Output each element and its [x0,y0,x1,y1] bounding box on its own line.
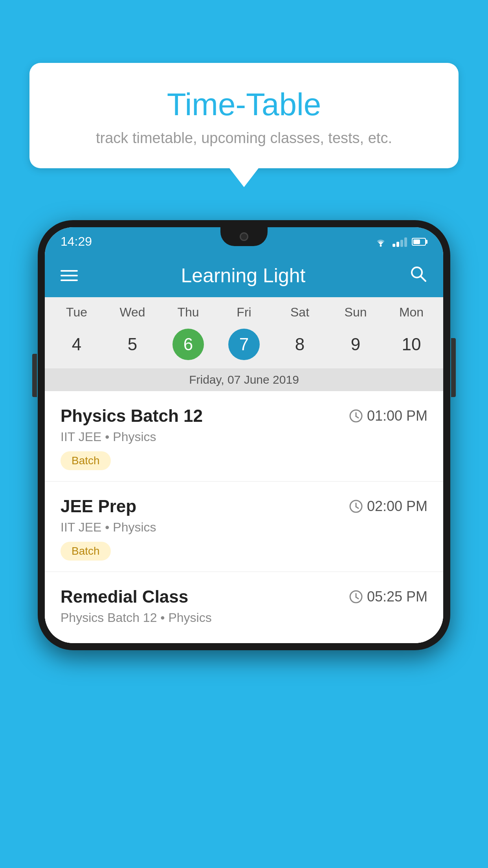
clock-icon-2 [349,499,363,513]
hamburger-menu-icon[interactable] [61,270,78,281]
date-cell-7[interactable]: 7 [216,327,272,362]
date-number-5: 5 [117,329,148,360]
date-number-8: 8 [284,329,316,360]
date-number-10: 10 [396,329,427,360]
day-label-sat: Sat [272,305,328,320]
class-list: Physics Batch 12 01:00 PM IIT JEE • Phys… [45,391,443,643]
svg-line-8 [356,507,358,508]
date-cell-10[interactable]: 10 [383,327,439,362]
class-item-header-2: JEE Prep 02:00 PM [61,497,427,516]
class-meta-3: Physics Batch 12 • Physics [61,611,427,625]
bubble-title: Time-Table [49,86,439,123]
phone-mockup: 14:29 [38,220,450,650]
batch-badge-1: Batch [61,451,111,470]
date-cell-4[interactable]: 4 [49,327,105,362]
svg-line-5 [356,416,358,418]
phone-screen: 14:29 [45,227,443,643]
date-number-7-selected: 7 [228,329,260,360]
day-label-mon: Mon [383,305,439,320]
bubble-subtitle: track timetable, upcoming classes, tests… [49,130,439,147]
day-label-sun: Sun [328,305,383,320]
app-title: Learning Light [181,264,306,287]
class-item-physics-batch-12[interactable]: Physics Batch 12 01:00 PM IIT JEE • Phys… [45,391,443,482]
speech-bubble: Time-Table track timetable, upcoming cla… [29,63,459,168]
class-time-3: 05:25 PM [349,588,427,605]
svg-line-11 [356,597,358,599]
date-number-4: 4 [61,329,92,360]
class-meta-2: IIT JEE • Physics [61,520,427,535]
clock-icon-1 [349,409,363,423]
class-name-1: Physics Batch 12 [61,406,203,426]
front-camera [240,232,248,241]
phone-outer: 14:29 [38,220,450,650]
class-name-2: JEE Prep [61,497,136,516]
time-text-1: 01:00 PM [367,408,427,424]
battery-icon [412,238,427,246]
signal-icon [393,237,407,247]
day-label-tue: Tue [49,305,105,320]
svg-point-0 [380,245,382,246]
class-item-remedial[interactable]: Remedial Class 05:25 PM Physics Batch 12… [45,572,443,643]
time-text-3: 05:25 PM [367,588,427,605]
speech-bubble-container: Time-Table track timetable, upcoming cla… [29,63,459,168]
date-cell-6[interactable]: 6 [160,327,216,362]
class-item-header-3: Remedial Class 05:25 PM [61,587,427,607]
calendar-dates: 4 5 6 7 8 9 [45,324,443,368]
day-label-fri: Fri [216,305,272,320]
time-text-2: 02:00 PM [367,498,427,515]
svg-line-2 [421,276,426,281]
calendar-days-header: Tue Wed Thu Fri Sat Sun Mon [45,297,443,324]
selected-date-label: Friday, 07 June 2019 [45,368,443,391]
date-cell-8[interactable]: 8 [272,327,328,362]
clock-icon-3 [349,590,363,604]
wifi-icon [374,236,388,247]
class-time-1: 01:00 PM [349,408,427,424]
date-cell-9[interactable]: 9 [328,327,383,362]
class-meta-1: IIT JEE • Physics [61,430,427,444]
status-icons [374,234,427,247]
class-item-jee-prep[interactable]: JEE Prep 02:00 PM IIT JEE • Physics Batc… [45,482,443,572]
class-name-3: Remedial Class [61,587,188,607]
date-number-9: 9 [340,329,371,360]
day-label-wed: Wed [105,305,160,320]
search-icon[interactable] [409,264,427,287]
date-cell-5[interactable]: 5 [105,327,160,362]
day-label-thu: Thu [160,305,216,320]
status-time: 14:29 [61,232,92,249]
phone-notch [220,227,268,246]
date-number-6-today: 6 [172,329,204,360]
class-item-header-1: Physics Batch 12 01:00 PM [61,406,427,426]
batch-badge-2: Batch [61,542,111,561]
app-bar: Learning Light [45,254,443,297]
class-time-2: 02:00 PM [349,498,427,515]
calendar-section: Tue Wed Thu Fri Sat Sun Mon 4 5 [45,297,443,391]
